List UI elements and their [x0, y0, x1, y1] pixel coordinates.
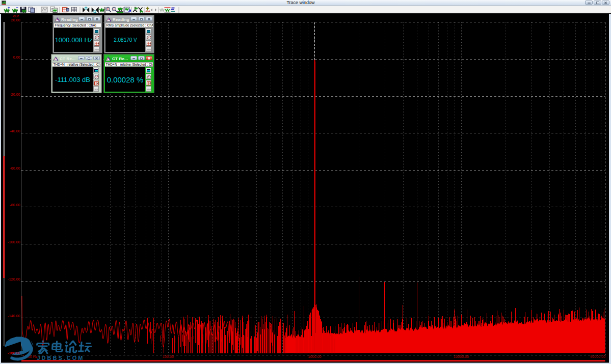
svg-text:-80.00: -80.00: [10, 203, 20, 207]
svg-text:-160.00: -160.00: [8, 351, 20, 355]
svg-text:JDBBS.COM: JDBBS.COM: [37, 355, 85, 361]
svg-text:20.00: 20.00: [11, 18, 20, 22]
svg-text:1000.00: 1000.00: [308, 354, 322, 359]
svg-text:-100.00: -100.00: [8, 240, 20, 244]
svg-text:-20.00: -20.00: [10, 92, 20, 97]
svg-text:100.00: 100.00: [163, 354, 174, 359]
svg-text:0.00: 0.00: [13, 55, 20, 60]
svg-text:-140.00: -140.00: [8, 314, 20, 318]
svg-text:10000.00: 10000.00: [454, 354, 469, 359]
svg-text:-40.00: -40.00: [10, 129, 20, 133]
svg-text:96000.00: 96000.00: [590, 354, 605, 359]
svg-text:-120.00: -120.00: [8, 277, 20, 282]
svg-text:-60.00: -60.00: [10, 166, 20, 171]
